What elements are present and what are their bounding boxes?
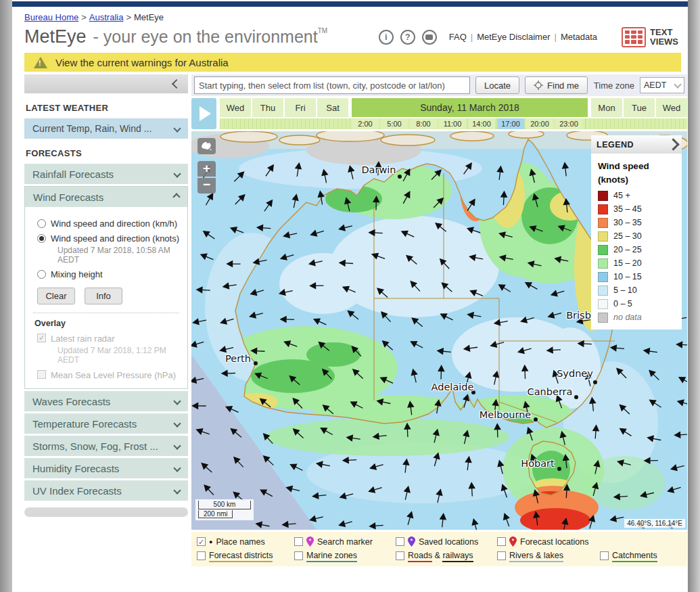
time-step-5-00[interactable]: 5:00 [381, 118, 408, 129]
top-navy-bar [12, 1, 688, 7]
day-button-thu[interactable]: Thu [252, 98, 283, 117]
checkbox[interactable] [600, 551, 609, 560]
city-label-perth: Perth [225, 353, 251, 364]
warnings-banner[interactable]: View the current warnings for Australia [24, 53, 681, 72]
layer-label[interactable]: Marine zones [306, 551, 357, 560]
breadcrumb-item-australia[interactable]: Australia [89, 12, 124, 22]
time-step-2-00[interactable]: 2:00 [352, 118, 379, 129]
play-icon [200, 106, 211, 121]
timeline-ticks-left[interactable] [220, 118, 350, 129]
zoom-to-australia-button[interactable] [197, 138, 216, 154]
accordion-humidity-forecasts[interactable]: Humidity Forecasts [24, 458, 188, 478]
legend-swatch [598, 231, 608, 242]
layer-label[interactable]: Catchments [612, 551, 657, 560]
layer-forecast-districts: Forecast districts [197, 551, 293, 560]
checkbox[interactable] [396, 537, 404, 546]
radio-button[interactable] [37, 219, 46, 228]
help-icon[interactable]: ? [400, 30, 415, 45]
sidebar-collapse-button[interactable] [24, 74, 188, 93]
window-scrollbar-area[interactable] [688, 0, 700, 592]
accordion-rainfall-forecasts[interactable]: Rainfall Forecasts [24, 164, 188, 184]
breadcrumb-item-bureau-home[interactable]: Bureau Home [24, 12, 78, 22]
day-button-sat[interactable]: Sat [317, 98, 348, 117]
info-icon[interactable]: i [379, 30, 394, 45]
latest-weather-heading: LATEST WEATHER [26, 103, 188, 113]
header-link-metadata[interactable]: Metadata [561, 32, 597, 42]
zoom-in-button[interactable]: + [197, 161, 216, 177]
accordion-uv-index-forecasts[interactable]: UV Index Forecasts [24, 480, 188, 501]
chevron-down-icon [173, 170, 181, 177]
checkbox[interactable] [396, 551, 404, 560]
overlay-heading: Overlay [34, 319, 182, 328]
checkbox[interactable] [197, 551, 206, 560]
latest-weather-dropdown[interactable]: Current Temp, Rain, Wind ... [24, 118, 188, 139]
checkbox[interactable]: ✓ [197, 537, 206, 546]
checkbox[interactable] [497, 551, 506, 560]
layer-label[interactable]: Forecast districts [209, 551, 273, 560]
timeline-ticks-right[interactable] [586, 118, 687, 129]
accordion-storms-snow-fog-frost-[interactable]: Storms, Snow, Fog, Frost ... [24, 436, 188, 456]
timezone-select[interactable]: AEDT [640, 77, 684, 93]
location-search-input[interactable] [194, 76, 470, 94]
checkbox[interactable] [294, 537, 303, 546]
accordion-waves-forecasts[interactable]: Waves Forecasts [24, 391, 188, 411]
radio-label: Mixing height [51, 269, 103, 279]
day-button-fri[interactable]: Fri [285, 98, 316, 117]
wind-forecasts-panel: Wind Forecasts Wind speed and direction … [24, 186, 188, 389]
legend-label: 30 – 35 [613, 218, 642, 227]
layer-label[interactable]: Roads & railways [408, 551, 473, 560]
selected-day-button[interactable]: Sunday, 11 March 2018 [352, 98, 588, 117]
find-me-button[interactable]: Find me [525, 76, 588, 94]
legend-label: no data [613, 313, 642, 322]
checkbox[interactable] [497, 537, 506, 546]
city-dot-sydney [593, 380, 597, 384]
accordion-wind-forecasts[interactable]: Wind Forecasts [25, 187, 187, 207]
time-step-14-00[interactable]: 14:00 [468, 118, 495, 129]
play-button[interactable] [191, 98, 216, 129]
day-button-mon[interactable]: Mon [591, 98, 622, 117]
layer-label-part: Roads [408, 551, 432, 562]
map-scale: 500 km 200 nmi [195, 499, 254, 520]
day-button-tue[interactable]: Tue [624, 98, 655, 117]
locate-button[interactable]: Locate [475, 76, 519, 94]
layer-label: Search marker [317, 537, 373, 547]
legend-item: 10 – 15 [598, 272, 675, 282]
layers-row-1: ✓●Place namesSearch markerSaved location… [197, 537, 682, 547]
time-step-23-00[interactable]: 23:00 [555, 118, 582, 129]
chevron-up-icon [172, 193, 180, 200]
time-step-20-00[interactable]: 20:00 [526, 118, 553, 129]
radio-button[interactable] [37, 234, 46, 243]
weather-map[interactable]: DarwinBrisbanePerthAdelaideSydneyCanberr… [191, 131, 687, 530]
feedback-icon[interactable] [422, 30, 437, 45]
info-button[interactable]: Info [85, 288, 122, 304]
time-step-17-00[interactable]: 17:00 [497, 118, 524, 129]
breadcrumb-separator: > [126, 12, 131, 22]
radio-wind-speed-and-direction-knots-[interactable]: Wind speed and direction (knots) [37, 233, 182, 244]
header-link-faq[interactable]: FAQ [449, 32, 467, 42]
radio-button[interactable] [37, 270, 46, 279]
legend-label: 20 – 25 [613, 245, 642, 254]
legend-swatch [598, 313, 608, 323]
time-step-8-00[interactable]: 8:00 [410, 118, 437, 129]
layer-saved-locations: Saved locations [396, 537, 496, 547]
legend-header[interactable]: LEGEND [591, 135, 682, 154]
checkbox[interactable] [294, 551, 303, 560]
header-link-meteye-disclaimer[interactable]: MetEye Disclaimer [477, 32, 550, 42]
header-link-separator: | [555, 32, 557, 42]
text-views-button[interactable]: TEXT VIEWS [622, 27, 678, 47]
layers-row-2: Forecast districtsMarine zonesRoads & ra… [197, 551, 682, 560]
legend-item: 15 – 20 [598, 258, 675, 269]
accordion-temperature-forecasts[interactable]: Temperature Forecasts [24, 413, 188, 434]
radio-wind-speed-and-direction-km-h-[interactable]: Wind speed and direction (km/h) [37, 219, 182, 229]
time-step-11-00[interactable]: 11:00 [439, 118, 466, 129]
header-links: FAQ|MetEye Disclaimer|Metadata [449, 32, 597, 42]
city-dot-perth [254, 361, 258, 365]
radio-label: Wind speed and direction (km/h) [51, 219, 177, 229]
layer-label[interactable]: Rivers & lakes [509, 551, 563, 560]
radio-mixing-height[interactable]: Mixing height [37, 269, 182, 279]
day-button-wed[interactable]: Wed [220, 98, 251, 117]
day-button-wed[interactable]: Wed [656, 98, 687, 117]
checkbox [37, 370, 46, 379]
clear-button[interactable]: Clear [37, 288, 75, 304]
zoom-out-button[interactable]: − [197, 178, 216, 193]
